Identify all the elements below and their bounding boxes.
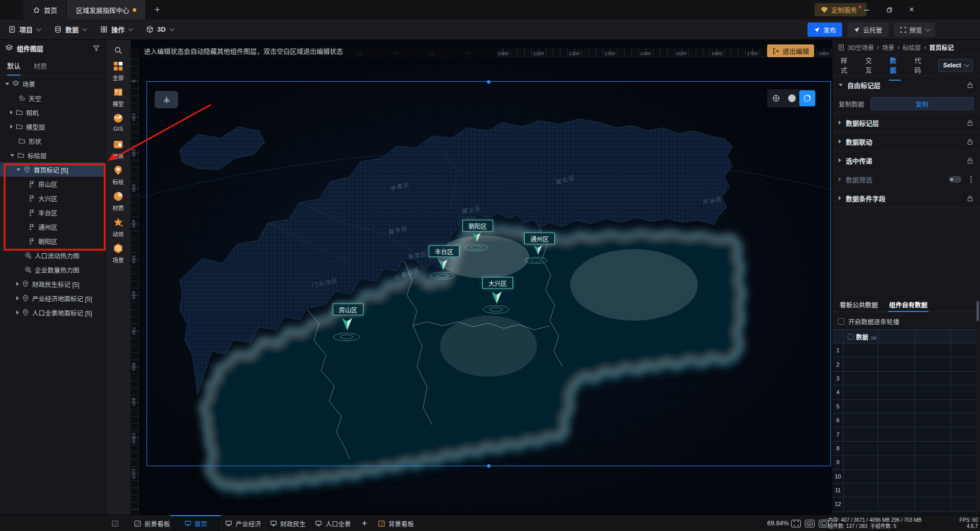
tree-item-industry-markers[interactable]: 产业经济地面标记 [5] xyxy=(0,291,105,305)
table-cell[interactable] xyxy=(844,357,878,371)
tree-item-population-heatmap[interactable]: 人口流动热力图 xyxy=(0,248,105,262)
table-cell[interactable] xyxy=(878,427,915,441)
tree-item-model-layer[interactable]: 模型层 xyxy=(0,119,105,134)
table-cell[interactable] xyxy=(915,470,951,483)
rail-item-terrain[interactable]: 地表 xyxy=(112,138,124,164)
table-cell[interactable] xyxy=(915,442,951,455)
table-cell[interactable] xyxy=(951,497,975,511)
fit-view-button[interactable] xyxy=(791,520,801,527)
tab-default[interactable]: 默认 xyxy=(7,56,20,76)
expand-arrow-icon[interactable] xyxy=(16,168,20,171)
section-data-condition-fields[interactable]: 数据条件字段 xyxy=(832,189,980,208)
minimize-button[interactable] xyxy=(855,0,878,19)
tree-item-sky[interactable]: 天空 xyxy=(0,91,105,105)
table-cell[interactable] xyxy=(951,385,975,399)
table-cell[interactable] xyxy=(878,455,915,469)
download-view-button[interactable] xyxy=(155,91,178,108)
table-cell[interactable] xyxy=(951,400,975,413)
collapse-arrow-icon[interactable] xyxy=(16,296,19,300)
tab-interaction[interactable]: 交互 xyxy=(864,50,876,81)
table-cell[interactable] xyxy=(951,357,975,371)
checkbox[interactable] xyxy=(848,334,853,340)
table-cell[interactable] xyxy=(915,400,951,413)
map-label-fengtai[interactable]: 丰台区 xyxy=(429,246,459,257)
table-row[interactable]: 10 xyxy=(832,470,976,484)
table-row[interactable]: 3 xyxy=(832,372,976,385)
rail-item-model[interactable]: 模型 xyxy=(112,86,124,112)
table-cell[interactable] xyxy=(844,442,878,455)
board-tab-home[interactable]: 首页 xyxy=(170,515,221,531)
table-cell[interactable] xyxy=(844,414,878,427)
collapse-arrow-icon[interactable] xyxy=(839,158,841,162)
collapse-arrow-icon[interactable] xyxy=(10,125,13,129)
table-cell[interactable] xyxy=(844,484,878,497)
tab-board-shared-data[interactable]: 看板公共数据 xyxy=(839,296,879,312)
rail-item-gis[interactable]: GIS xyxy=(112,112,124,138)
table-cell[interactable] xyxy=(915,344,951,357)
tree-item-population-markers[interactable]: 人口全景地面标记 [5] xyxy=(0,305,105,320)
table-row[interactable]: 7 xyxy=(832,427,976,441)
board-list-icon[interactable] xyxy=(111,515,119,531)
select-dropdown[interactable]: Select xyxy=(938,59,973,72)
tab-style[interactable]: 样式 xyxy=(840,50,852,81)
table-cell[interactable] xyxy=(915,455,951,469)
table-cell[interactable] xyxy=(844,497,878,511)
table-cell[interactable] xyxy=(878,344,915,357)
viewport-canvas[interactable]: 昌平区 海淀区 石景山区 门头沟区 怀柔区 密云区 平谷区 顺义区 朝阳区 通州… xyxy=(131,40,832,515)
menu-project[interactable]: 项目 xyxy=(8,25,40,34)
map-label-tongzhou[interactable]: 通州区 xyxy=(524,233,555,245)
tab-document[interactable]: 区域发展指挥中心 xyxy=(67,0,146,19)
preview-button[interactable]: 预览 xyxy=(894,22,935,37)
table-row[interactable]: 11 xyxy=(832,484,976,497)
collapse-arrow-icon[interactable] xyxy=(839,139,841,143)
table-cell[interactable] xyxy=(844,455,878,469)
globe-view-button[interactable] xyxy=(768,90,784,106)
table-cell[interactable] xyxy=(878,484,915,497)
table-cell[interactable] xyxy=(951,484,975,497)
tree-item-daxing[interactable]: 大兴区 xyxy=(0,191,105,205)
table-cell[interactable] xyxy=(878,497,915,511)
table-cell[interactable] xyxy=(951,414,975,427)
table-cell[interactable] xyxy=(878,470,915,483)
tree-item-fangshan[interactable]: 房山区 xyxy=(0,177,105,191)
table-cell[interactable] xyxy=(878,385,915,399)
scrollbar-thumb[interactable] xyxy=(976,301,979,321)
foreground-board-label[interactable]: 前景看板 xyxy=(134,515,170,531)
table-row[interactable]: 5 xyxy=(832,400,976,414)
map-label-chaoyang[interactable]: 朝阳区 xyxy=(462,220,493,232)
maximize-button[interactable] xyxy=(878,0,900,19)
rail-item-material[interactable]: 材质 xyxy=(112,190,124,216)
expand-arrow-icon[interactable] xyxy=(10,154,14,157)
shortcuts-button[interactable] xyxy=(805,520,815,527)
table-cell[interactable] xyxy=(915,427,951,441)
rail-item-effects[interactable]: 动效 xyxy=(112,216,124,243)
filter-icon[interactable] xyxy=(92,44,100,52)
table-row[interactable]: 4 xyxy=(832,385,976,399)
table-cell[interactable] xyxy=(951,470,975,483)
collapse-arrow-icon[interactable] xyxy=(16,282,19,286)
table-cell[interactable] xyxy=(844,400,878,413)
column-data[interactable]: 数据Str xyxy=(844,330,878,343)
background-board-label[interactable]: 背景看板 xyxy=(378,515,414,531)
checkbox[interactable] xyxy=(838,318,844,325)
lock-icon[interactable] xyxy=(966,138,974,146)
table-cell[interactable] xyxy=(915,484,951,497)
publish-button[interactable]: 发布 xyxy=(807,22,842,37)
new-tab-button[interactable]: + xyxy=(146,0,168,19)
table-cell[interactable] xyxy=(878,400,915,413)
table-cell[interactable] xyxy=(915,372,951,385)
tree-item-camera[interactable]: 相机 xyxy=(0,105,105,119)
tab-code[interactable]: 代码 xyxy=(913,50,925,81)
map-label-daxing[interactable]: 大兴区 xyxy=(482,277,513,289)
exit-edit-button[interactable]: 退出编辑 xyxy=(767,44,814,57)
table-row[interactable]: 6 xyxy=(832,414,976,427)
collapse-arrow-icon[interactable] xyxy=(839,196,841,200)
menu-operate[interactable]: 操作 xyxy=(100,25,132,34)
expand-arrow-icon[interactable] xyxy=(839,84,843,86)
section-free-marker-layer[interactable]: 自由标记层 xyxy=(832,76,980,94)
close-button[interactable]: × xyxy=(900,0,923,19)
tree-item-scene[interactable]: 场景 xyxy=(0,77,105,91)
lock-icon[interactable] xyxy=(966,81,974,89)
table-row[interactable]: 8 xyxy=(832,442,976,455)
table-cell[interactable] xyxy=(951,442,975,455)
